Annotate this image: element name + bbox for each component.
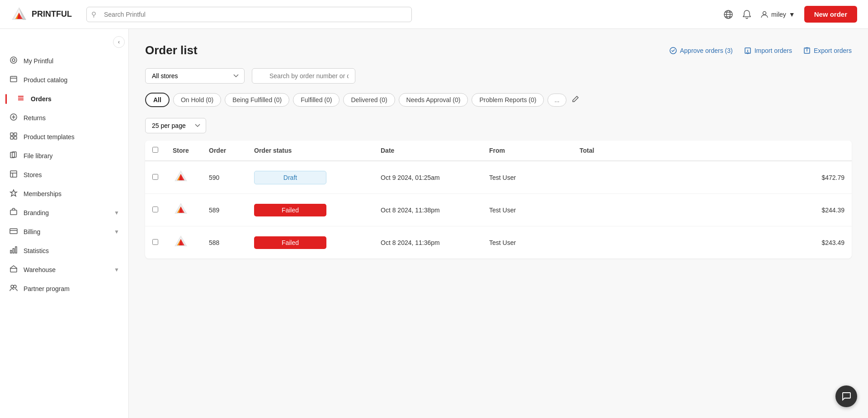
export-orders-button[interactable]: Export orders <box>803 47 852 55</box>
row-589-checkbox-cell <box>145 194 165 226</box>
sidebar-item-branding[interactable]: Branding ▼ <box>0 203 128 222</box>
row-590-order[interactable]: 590 <box>202 161 247 194</box>
tab-all[interactable]: All <box>145 93 170 107</box>
sidebar-label-product-catalog: Product catalog <box>24 76 67 84</box>
new-order-button[interactable]: New order <box>804 6 857 23</box>
sidebar-item-warehouse[interactable]: Warehouse ▼ <box>0 260 128 279</box>
warehouse-chevron-icon: ▼ <box>114 267 119 273</box>
svg-rect-14 <box>10 76 17 82</box>
status-tabs: All On Hold (0) Being Fulfilled (0) Fulf… <box>145 93 852 107</box>
tab-on-hold[interactable]: On Hold (0) <box>173 93 221 107</box>
filters-row: All stores <box>145 68 852 84</box>
row-588-date: Oct 8 2024, 11:36pm <box>373 226 482 259</box>
tab-more-button[interactable]: ... <box>547 94 566 107</box>
svg-rect-27 <box>10 171 17 177</box>
sidebar-item-billing[interactable]: Billing ▼ <box>0 222 128 241</box>
row-588-checkbox[interactable] <box>152 239 158 245</box>
approve-orders-label: Approve orders (3) <box>680 47 733 54</box>
sidebar-item-my-printful[interactable]: My Printful <box>0 52 128 70</box>
order-search-input[interactable] <box>252 68 355 84</box>
globe-button[interactable] <box>723 9 733 19</box>
col-date: Date <box>373 141 482 161</box>
notifications-button[interactable] <box>742 9 751 19</box>
svg-rect-23 <box>10 136 13 139</box>
orders-table: Store Order Order status Date From Total <box>145 141 852 258</box>
col-total: Total <box>572 141 852 161</box>
tab-problem-reports[interactable]: Problem Reports (0) <box>472 93 544 107</box>
sidebar-item-product-catalog[interactable]: Product catalog <box>0 70 128 89</box>
svg-marker-30 <box>10 190 17 196</box>
row-588-order[interactable]: 588 <box>202 226 247 259</box>
tab-fulfilled[interactable]: Fulfilled (0) <box>293 93 340 107</box>
top-bar-right: miley ▼ New order <box>723 6 857 23</box>
global-search-input[interactable] <box>86 7 412 22</box>
col-order: Order <box>202 141 247 161</box>
export-orders-label: Export orders <box>814 47 852 54</box>
select-all-checkbox[interactable] <box>152 147 158 153</box>
top-bar: PRINTFUL ⚲ <box>0 0 868 29</box>
main-content: Order list Approve orders (3) Import ord… <box>129 29 868 418</box>
table-row[interactable]: 589 Failed Oct 8 2024, 11:38pm Test User… <box>145 194 852 226</box>
active-indicator <box>5 94 7 104</box>
row-588-checkbox-cell <box>145 226 165 259</box>
row-589-order[interactable]: 589 <box>202 194 247 226</box>
sidebar-label-partner-program: Partner program <box>24 285 70 292</box>
row-588-total: $243.49 <box>572 226 852 259</box>
product-templates-icon <box>9 132 18 142</box>
row-590-from: Test User <box>482 161 572 194</box>
statistics-icon <box>9 246 18 256</box>
row-589-status: Failed <box>247 194 373 226</box>
user-menu-button[interactable]: miley ▼ <box>760 10 795 19</box>
billing-icon <box>9 227 18 237</box>
per-page-select[interactable]: 10 per page 25 per page 50 per page 100 … <box>145 118 206 133</box>
select-all-header <box>145 141 165 161</box>
row-589-checkbox[interactable] <box>152 207 158 212</box>
search-icon: ⚲ <box>91 10 96 19</box>
sidebar-label-billing: Billing <box>24 228 40 235</box>
sidebar-item-returns[interactable]: Returns <box>0 108 128 127</box>
my-printful-icon <box>9 56 18 66</box>
approve-orders-button[interactable]: Approve orders (3) <box>669 47 733 55</box>
col-from: From <box>482 141 572 161</box>
user-chevron-icon: ▼ <box>789 11 795 18</box>
table-row[interactable]: 590 Draft Oct 9 2024, 01:25am Test User … <box>145 161 852 194</box>
memberships-icon <box>9 189 18 199</box>
sidebar-item-orders[interactable]: Orders <box>0 89 128 108</box>
search-bar: ⚲ <box>86 7 412 22</box>
row-588-store <box>165 226 202 259</box>
file-library-icon <box>9 151 18 161</box>
svg-rect-24 <box>14 136 17 139</box>
row-590-checkbox-cell <box>145 161 165 194</box>
logo[interactable]: PRINTFUL <box>11 6 72 23</box>
table-header: Store Order Order status Date From Total <box>145 141 852 161</box>
collapse-sidebar-button[interactable]: ‹ <box>113 36 125 48</box>
svg-point-11 <box>763 11 766 14</box>
sidebar-item-file-library[interactable]: File library <box>0 146 128 165</box>
tab-edit-button[interactable] <box>570 94 581 106</box>
row-590-status: Draft <box>247 161 373 194</box>
sidebar-label-orders: Orders <box>31 95 52 103</box>
tab-being-fulfilled[interactable]: Being Fulfilled (0) <box>225 93 289 107</box>
import-orders-button[interactable]: Import orders <box>744 47 792 55</box>
row-590-total: $472.79 <box>572 161 852 194</box>
sidebar-item-stores[interactable]: Stores <box>0 165 128 184</box>
tab-needs-approval[interactable]: Needs Approval (0) <box>399 93 468 107</box>
sidebar-item-statistics[interactable]: Statistics <box>0 241 128 260</box>
returns-icon <box>9 113 18 123</box>
sidebar-label-my-printful: My Printful <box>24 57 53 65</box>
row-590-checkbox[interactable] <box>152 174 158 180</box>
sidebar-label-stores: Stores <box>24 171 42 178</box>
row-590-store <box>165 161 202 194</box>
sidebar-item-product-templates[interactable]: Product templates <box>0 127 128 146</box>
store-select[interactable]: All stores <box>145 68 245 84</box>
svg-rect-37 <box>10 268 17 272</box>
order-search-wrap <box>252 68 852 84</box>
table-row[interactable]: 588 Failed Oct 8 2024, 11:36pm Test User… <box>145 226 852 259</box>
svg-rect-31 <box>10 210 17 215</box>
user-name: miley <box>771 11 786 18</box>
sidebar-label-branding: Branding <box>24 209 49 216</box>
tab-delivered[interactable]: Delivered (0) <box>343 93 395 107</box>
sidebar-item-memberships[interactable]: Memberships <box>0 184 128 203</box>
chat-button[interactable] <box>835 385 857 407</box>
sidebar-item-partner-program[interactable]: Partner program <box>0 279 128 298</box>
